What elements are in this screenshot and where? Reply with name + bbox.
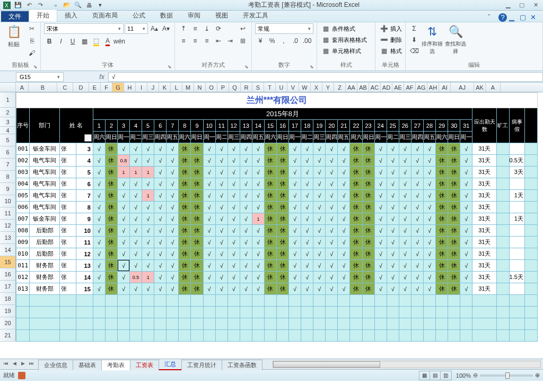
empty-cell[interactable] bbox=[179, 330, 191, 342]
align-launcher-icon[interactable]: ⬊ bbox=[244, 64, 250, 69]
att-cell[interactable]: 休 bbox=[191, 272, 203, 283]
cell-nid[interactable]: 10 bbox=[76, 225, 93, 237]
att-cell[interactable]: √ bbox=[215, 213, 227, 225]
empty-cell[interactable] bbox=[460, 330, 472, 342]
empty-cell[interactable] bbox=[350, 330, 362, 342]
att-cell[interactable]: 休 bbox=[436, 248, 448, 260]
cell-nid[interactable]: 15 bbox=[76, 283, 93, 295]
att-cell[interactable]: √ bbox=[142, 202, 154, 213]
att-cell[interactable]: √ bbox=[130, 225, 142, 237]
help-icon[interactable]: ? bbox=[498, 13, 507, 22]
empty-cell[interactable] bbox=[472, 318, 497, 330]
att-cell[interactable]: √ bbox=[399, 248, 411, 260]
att-cell[interactable]: √ bbox=[93, 190, 105, 202]
cell-seq[interactable]: 002 bbox=[16, 155, 30, 167]
att-cell[interactable]: √ bbox=[289, 202, 301, 213]
att-cell[interactable]: √ bbox=[423, 225, 435, 237]
row-header-9[interactable]: 9 bbox=[0, 183, 16, 195]
empty-cell[interactable] bbox=[497, 318, 509, 330]
empty-cell[interactable] bbox=[350, 295, 362, 307]
att-cell[interactable]: 休 bbox=[264, 283, 276, 295]
empty-cell[interactable] bbox=[227, 330, 240, 342]
col-header-J[interactable]: J bbox=[147, 83, 159, 92]
att-cell[interactable]: √ bbox=[301, 260, 313, 272]
cell-days[interactable]: 31天 bbox=[472, 225, 497, 237]
cell-days[interactable]: 31天 bbox=[472, 283, 497, 295]
cell-style-button[interactable]: ▦单元格样式 bbox=[320, 46, 367, 56]
att-cell[interactable]: √ bbox=[313, 167, 326, 178]
att-cell[interactable]: 休 bbox=[191, 178, 203, 190]
att-cell[interactable]: 休 bbox=[277, 260, 289, 272]
att-cell[interactable]: √ bbox=[130, 190, 142, 202]
page-layout-icon[interactable]: ▤ bbox=[430, 371, 441, 380]
empty-cell[interactable] bbox=[411, 330, 423, 342]
att-cell[interactable]: √ bbox=[130, 283, 142, 295]
cell-dept[interactable]: 后勤部 bbox=[30, 225, 60, 237]
col-header-Y[interactable]: Y bbox=[322, 83, 334, 92]
insert-cells-button[interactable]: ➕插入 bbox=[379, 23, 402, 34]
att-cell[interactable]: √ bbox=[460, 167, 472, 178]
att-cell[interactable]: √ bbox=[93, 272, 105, 283]
att-cell[interactable]: √ bbox=[93, 202, 105, 213]
att-cell[interactable]: √ bbox=[313, 237, 326, 248]
cell-name[interactable]: 张 bbox=[59, 167, 76, 178]
empty-cell[interactable] bbox=[509, 330, 524, 342]
empty-cell[interactable] bbox=[59, 318, 76, 330]
att-cell[interactable]: √ bbox=[289, 167, 301, 178]
cell-sick[interactable]: 1.5天 bbox=[509, 272, 524, 283]
empty-cell[interactable] bbox=[374, 307, 387, 318]
att-cell[interactable]: 休 bbox=[448, 155, 460, 167]
att-cell[interactable]: √ bbox=[167, 143, 179, 155]
att-cell[interactable]: 休 bbox=[105, 260, 117, 272]
att-cell[interactable]: √ bbox=[252, 167, 264, 178]
att-cell[interactable]: 休 bbox=[264, 213, 276, 225]
att-cell[interactable]: √ bbox=[387, 260, 399, 272]
normal-view-icon[interactable]: ▦ bbox=[419, 371, 430, 380]
name-box[interactable]: G15▾ bbox=[16, 72, 64, 82]
att-cell[interactable]: √ bbox=[313, 155, 326, 167]
empty-cell[interactable] bbox=[105, 307, 117, 318]
att-cell[interactable]: 休 bbox=[179, 178, 191, 190]
col-header-W[interactable]: W bbox=[299, 83, 311, 92]
tab-formula[interactable]: 公式 bbox=[125, 10, 153, 22]
horizontal-scrollbar[interactable] bbox=[273, 361, 541, 368]
att-cell[interactable]: √ bbox=[167, 272, 179, 283]
empty-cell[interactable] bbox=[524, 330, 537, 342]
att-cell[interactable]: √ bbox=[326, 178, 338, 190]
att-cell[interactable]: 休 bbox=[350, 248, 362, 260]
att-cell[interactable]: √ bbox=[411, 213, 423, 225]
row-header-15[interactable]: 15 bbox=[0, 256, 16, 268]
cell-nid[interactable]: 6 bbox=[76, 178, 93, 190]
col-header-X[interactable]: X bbox=[311, 83, 322, 92]
empty-cell[interactable] bbox=[30, 318, 60, 330]
empty-cell[interactable] bbox=[142, 307, 154, 318]
att-cell[interactable]: √ bbox=[301, 143, 313, 155]
sheet-tab-5[interactable]: 工资月统计 bbox=[181, 360, 222, 370]
fill-color-icon[interactable]: ⬚ bbox=[91, 36, 101, 47]
empty-cell[interactable] bbox=[362, 307, 374, 318]
empty-cell[interactable] bbox=[326, 318, 338, 330]
att-cell[interactable]: 休 bbox=[264, 178, 276, 190]
att-cell[interactable]: √ bbox=[460, 225, 472, 237]
att-cell[interactable]: √ bbox=[326, 155, 338, 167]
empty-cell[interactable] bbox=[399, 307, 411, 318]
att-cell[interactable]: √ bbox=[154, 190, 167, 202]
att-cell[interactable]: √ bbox=[215, 283, 227, 295]
empty-cell[interactable] bbox=[301, 330, 313, 342]
att-cell[interactable]: 休 bbox=[191, 237, 203, 248]
att-cell[interactable]: 休 bbox=[448, 213, 460, 225]
empty-cell[interactable] bbox=[105, 318, 117, 330]
att-cell[interactable]: √ bbox=[338, 190, 350, 202]
col-header-M[interactable]: M bbox=[182, 83, 194, 92]
att-cell[interactable]: √ bbox=[117, 213, 129, 225]
empty-cell[interactable] bbox=[30, 330, 60, 342]
att-cell[interactable]: √ bbox=[301, 202, 313, 213]
att-cell[interactable]: √ bbox=[154, 260, 167, 272]
att-cell[interactable]: √ bbox=[252, 202, 264, 213]
att-cell[interactable]: √ bbox=[142, 178, 154, 190]
att-cell[interactable]: √ bbox=[387, 202, 399, 213]
att-cell[interactable]: √ bbox=[301, 155, 313, 167]
table-format-button[interactable]: ▦套用表格格式 bbox=[320, 34, 367, 45]
sheet-last-icon[interactable]: ⏭ bbox=[28, 361, 35, 368]
empty-cell[interactable] bbox=[240, 330, 252, 342]
